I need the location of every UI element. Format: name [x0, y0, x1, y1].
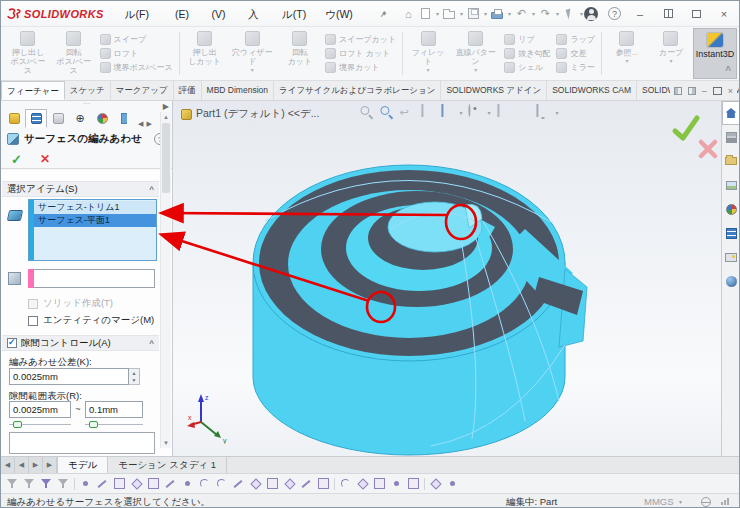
- tab-sw-cam[interactable]: SOLIDWORKS CAM: [547, 81, 637, 100]
- dimxpertmanager-tab[interactable]: ⊕: [69, 109, 91, 128]
- manager-tabs-right-icon[interactable]: ▶: [146, 120, 151, 128]
- gap-control-checkbox[interactable]: [7, 338, 17, 348]
- propertymanager-tab[interactable]: [25, 109, 47, 128]
- filter-points-icon[interactable]: [181, 477, 194, 490]
- hide-show-items-icon[interactable]: [495, 105, 510, 120]
- tab-scroll-last-icon[interactable]: ▶: [43, 457, 57, 473]
- section-view-icon[interactable]: [419, 105, 434, 120]
- print-icon[interactable]: [490, 6, 505, 21]
- home-icon[interactable]: ⌂: [401, 6, 416, 21]
- revolved-boss-button[interactable]: 回転 ボス/ベース: [51, 28, 97, 79]
- scroll-up-icon[interactable]: ▲: [161, 112, 171, 122]
- filter-edges-icon[interactable]: [96, 477, 109, 490]
- rib-button[interactable]: リブ: [504, 34, 550, 45]
- merge-entities-checkbox[interactable]: [28, 316, 38, 326]
- linear-pattern-button[interactable]: 直線パターン▾: [450, 28, 501, 79]
- manager-tabs-left-icon[interactable]: ◀: [138, 120, 143, 128]
- model-tab[interactable]: モデル: [57, 457, 108, 473]
- pm-cancel-button[interactable]: ✕: [40, 153, 50, 165]
- filter-vertices-icon[interactable]: [79, 477, 92, 490]
- graphics-viewport[interactable]: Part1 (デフォルト) <<デ... ↩ ▾ ▾ ▾: [173, 101, 721, 456]
- view-settings-icon[interactable]: [535, 105, 550, 120]
- tab-evaluate[interactable]: 評価: [174, 81, 202, 100]
- tab-scroll-first-icon[interactable]: ◀: [1, 457, 15, 473]
- filter-surface-bodies-icon[interactable]: [131, 478, 142, 489]
- extruded-boss-button[interactable]: 押し出し ボス/ベース: [5, 28, 51, 79]
- display-style-dropdown-icon[interactable]: ▾: [487, 109, 490, 116]
- featuremanager-tree-tab[interactable]: [3, 109, 25, 128]
- tab-sw-addins[interactable]: SOLIDWORKS アドイン: [441, 81, 547, 100]
- zoom-area-icon[interactable]: [379, 105, 394, 120]
- filter-datums-icon[interactable]: [408, 478, 419, 489]
- close-button[interactable]: ×: [715, 8, 733, 20]
- file-explorer-button[interactable]: [722, 149, 740, 173]
- sw-resources-button[interactable]: [722, 101, 740, 125]
- tab-scroll-next-icon[interactable]: ▶: [29, 457, 43, 473]
- list-item-surface-trim[interactable]: サーフェス-トリム1: [34, 201, 156, 214]
- extruded-cut-button[interactable]: 押し出 しカット: [183, 28, 227, 79]
- collapse-group-icon[interactable]: ^: [149, 185, 154, 194]
- sw-forum-button[interactable]: [722, 245, 740, 269]
- tab-scroll-prev-icon[interactable]: ◀: [15, 457, 29, 473]
- pm-ok-button[interactable]: ✓: [11, 153, 22, 166]
- filter-annotations-icon[interactable]: [284, 478, 295, 489]
- selection-listbox[interactable]: サーフェス-トリム1 サーフェス-平面1: [28, 199, 157, 261]
- intersect-button[interactable]: 交差: [556, 48, 595, 59]
- filter-arcs-icon[interactable]: [215, 477, 228, 490]
- scroll-down-icon[interactable]: ▼: [161, 438, 171, 448]
- select-dropdown-icon[interactable]: ▾: [580, 10, 583, 17]
- filter-planes-icon[interactable]: [250, 478, 261, 489]
- pin-menu-icon[interactable]: [380, 9, 387, 19]
- gap-range-min-slider[interactable]: [9, 420, 71, 429]
- filter-mates-icon[interactable]: [374, 478, 385, 489]
- unit-system[interactable]: MMGS: [644, 496, 674, 507]
- draft-button[interactable]: 抜き勾配: [504, 48, 550, 59]
- view-orientation-dropdown-icon[interactable]: ▾: [459, 109, 462, 116]
- new-dropdown-icon[interactable]: ▾: [436, 10, 439, 17]
- tab-markup[interactable]: マークアップ: [111, 81, 174, 100]
- view-orientation-icon[interactable]: [439, 105, 454, 120]
- filter-blocks-icon[interactable]: [339, 477, 352, 490]
- select-cursor-icon[interactable]: [562, 6, 577, 21]
- shell-button[interactable]: シェル: [504, 62, 550, 73]
- pane-right-icon[interactable]: [688, 87, 696, 95]
- doc-close-icon[interactable]: ×: [728, 86, 733, 96]
- filter-all-icon[interactable]: [40, 477, 53, 490]
- sweep-button[interactable]: スイープ: [100, 34, 173, 45]
- swept-cut-button[interactable]: スイープカット: [325, 34, 396, 45]
- secondary-selection-field[interactable]: [33, 269, 155, 288]
- print-dropdown-icon[interactable]: ▾: [508, 10, 511, 17]
- design-library-button[interactable]: [722, 125, 740, 149]
- gap-range-min-input[interactable]: [9, 401, 71, 418]
- invert-filter-icon[interactable]: [57, 477, 70, 490]
- slider-handle[interactable]: [13, 421, 22, 428]
- clear-filters-icon[interactable]: [23, 477, 36, 490]
- extra-manager-tab[interactable]: [113, 109, 135, 128]
- undo-dropdown-icon[interactable]: ▾: [532, 10, 535, 17]
- open-icon[interactable]: [442, 6, 457, 21]
- tab-features[interactable]: フィーチャー: [1, 81, 65, 100]
- gap-range-max-slider[interactable]: [85, 420, 143, 429]
- create-solid-checkbox[interactable]: [28, 299, 38, 309]
- save-dropdown-icon[interactable]: ▾: [484, 10, 487, 17]
- redo-dropdown-icon[interactable]: ▾: [556, 10, 559, 17]
- ribbon-collapse-icon[interactable]: ^: [725, 65, 731, 76]
- filter-sketch-segments-icon[interactable]: [232, 477, 245, 490]
- document-breadcrumb[interactable]: Part1 (デフォルト) <<デ...: [181, 107, 319, 121]
- scrollbar-thumb[interactable]: [162, 123, 170, 193]
- display-style-icon[interactable]: [467, 105, 482, 120]
- tab-lifecycle-collaboration[interactable]: ライフサイクルおよびコラボレーション: [274, 81, 441, 100]
- filter-weld-beads-icon[interactable]: [300, 477, 313, 490]
- filter-connection-points-icon[interactable]: [357, 478, 368, 489]
- gap-control-group-header[interactable]: 隙間コントロール(A) ^: [2, 335, 159, 351]
- save-icon[interactable]: [466, 6, 481, 21]
- displaymanager-tab[interactable]: [91, 109, 113, 128]
- lofted-cut-button[interactable]: ロフト カット: [325, 48, 396, 59]
- edit-appearance-icon[interactable]: [515, 105, 530, 120]
- filter-centerline-icon[interactable]: [446, 477, 459, 490]
- filter-solid-bodies-icon[interactable]: [148, 478, 159, 489]
- filter-axes-icon[interactable]: [164, 477, 177, 490]
- doc-minimize-icon[interactable]: –: [702, 86, 707, 96]
- previous-view-icon[interactable]: ↩: [399, 105, 414, 120]
- custom-properties-button[interactable]: [722, 221, 740, 245]
